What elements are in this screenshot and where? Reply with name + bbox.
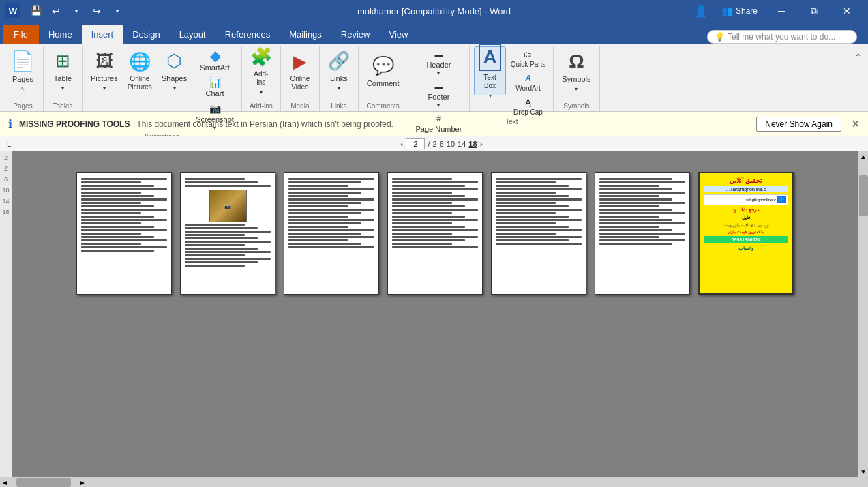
symbols-button[interactable]: Ω Symbols ▾ [558, 46, 595, 95]
chart-icon: 📊 [209, 77, 221, 88]
textbox-icon: A [479, 44, 500, 71]
online-pictures-button[interactable]: 🌐 OnlinePictures [123, 46, 156, 95]
tab-review[interactable]: Review [331, 25, 380, 44]
pages-area[interactable]: 📷 [12, 151, 858, 477]
title-bar-left: W 💾 ↩ ▾ ↪ ▾ [5, 1, 127, 20]
horizontal-scrollbar[interactable]: ◄ ► [0, 477, 868, 487]
word-icon: W [5, 3, 20, 18]
textbox-button[interactable]: A TextBox ▾ [474, 46, 505, 95]
page-nav-num[interactable]: 14 [458, 140, 466, 148]
pages-group-label: Pages [13, 102, 32, 111]
page-number-input[interactable] [406, 138, 425, 149]
notification-icon: ℹ [8, 117, 12, 130]
page-thumb-7[interactable]: تحقیق آنلاین Tahghighonline.c... 🌐 tahgh… [698, 172, 794, 295]
symbols-group-label: Symbols [563, 102, 589, 111]
addins-group-label: Add-ins [250, 102, 273, 111]
ribbon-group-pages: 📄 Pages ↖ Pages [3, 46, 44, 111]
notification-title: MISSING PROOFING TOOLS [19, 119, 130, 129]
tab-references[interactable]: References [215, 25, 280, 44]
page-nav-num[interactable]: 6 [440, 140, 444, 148]
ribbon-group-symbols: Ω Symbols ▾ Symbols [554, 46, 599, 111]
scroll-thumb[interactable] [859, 175, 868, 216]
dropcap-icon: Ą [525, 98, 530, 107]
vertical-scrollbar[interactable]: ▲ ▼ [858, 151, 868, 477]
minimize-button[interactable]: ─ [766, 0, 797, 22]
page-thumb-6[interactable] [595, 172, 690, 295]
tab-mailings[interactable]: Mailings [280, 25, 331, 44]
page-thumb-3[interactable] [284, 172, 379, 295]
addins-button[interactable]: 🧩 Add-ins ▾ [246, 46, 276, 95]
chart-button[interactable]: 📊 Chart [192, 75, 237, 100]
symbols-icon: Ω [569, 50, 584, 72]
dropcap-button[interactable]: Ą Drop Cap [507, 95, 550, 118]
ribbon: 📄 Pages ↖ Pages ⊞ Table ▾ Tables 🖼 Pictu… [0, 44, 868, 112]
h-scroll-thumb[interactable] [16, 478, 71, 487]
page-nav-num[interactable]: 10 [447, 140, 455, 148]
page-thumb-4[interactable] [387, 172, 483, 295]
table-button[interactable]: ⊞ Table ▾ [48, 46, 78, 95]
share-button[interactable]: 👥 Share [715, 0, 764, 22]
tab-home[interactable]: Home [39, 25, 82, 44]
smartart-button[interactable]: 🔷 SmartArt [192, 49, 237, 74]
scroll-left-button[interactable]: ◄ [0, 477, 10, 488]
page-nav-num[interactable]: 18 [468, 140, 477, 148]
colored-page-line4: با کمترین قیمت بازار [704, 229, 788, 234]
ribbon-group-comments: 💬 Comment Comments [359, 46, 408, 111]
tab-file[interactable]: File [3, 25, 39, 44]
notification-close-button[interactable]: ✕ [851, 117, 860, 130]
pictures-button[interactable]: 🖼 Pictures ▾ [87, 46, 122, 95]
footer-button[interactable]: ▬ Footer ▾ [413, 80, 466, 110]
ribbon-group-media: ▶ OnlineVideo Media [281, 46, 320, 111]
restore-button[interactable]: ⧉ [798, 0, 830, 22]
page-thumb-5[interactable] [491, 172, 586, 295]
title-bar: W 💾 ↩ ▾ ↪ ▾ mokhamer [Compatibility Mode… [0, 0, 868, 22]
pages-button[interactable]: 📄 Pages ↖ [7, 46, 39, 95]
document-title: mokhamer [Compatibility Mode] - Word [357, 6, 511, 16]
never-show-again-button[interactable]: Never Show Again [756, 117, 841, 132]
save-button[interactable]: 💾 [26, 1, 45, 20]
scroll-up-button[interactable]: ▲ [858, 151, 868, 162]
ribbon-group-illustrations: 🖼 Pictures ▾ 🌐 OnlinePictures ⬡ Shapes ▾… [83, 46, 242, 111]
colored-page-whatsapp: واتساپ [704, 246, 788, 251]
online-video-icon: ▶ [293, 51, 307, 72]
screenshot-icon: 📷 [209, 103, 221, 114]
customize-quick-access-button[interactable]: ▾ [108, 1, 127, 20]
colored-page-line3: ورد-پی دی اف - پاورپوینت [704, 222, 788, 227]
page-thumb-2[interactable]: 📷 [180, 172, 275, 295]
online-video-button[interactable]: ▶ OnlineVideo [285, 46, 315, 95]
scroll-right-button[interactable]: ► [78, 477, 87, 488]
comment-button[interactable]: 💬 Comment [363, 46, 404, 95]
undo-button[interactable]: ↩ [46, 1, 65, 20]
tab-layout[interactable]: Layout [170, 25, 215, 44]
ruler-corner: L [7, 140, 18, 148]
ribbon-collapse-button[interactable]: ⌃ [852, 49, 865, 65]
window-controls: 👤 👥 Share ─ ⧉ ✕ [694, 0, 863, 22]
pages-group-items: 📄 Pages ↖ [7, 46, 39, 102]
header-button[interactable]: ▬ Header ▾ [413, 48, 466, 78]
colored-page-subtitle: Tahghighonline.c... [704, 186, 788, 192]
next-page-button[interactable]: › [480, 138, 483, 149]
footer-icon: ▬ [434, 82, 443, 91]
pages-cursor: ↖ [20, 86, 25, 92]
scroll-down-button[interactable]: ▼ [858, 467, 868, 477]
close-button[interactable]: ✕ [831, 0, 863, 22]
tell-me-input[interactable]: 💡 Tell me what you want to do... [707, 30, 857, 44]
quick-parts-button[interactable]: 🗂 Quick Parts [507, 48, 550, 70]
tab-insert[interactable]: Insert [82, 25, 123, 44]
colored-page-title: تحقیق آنلاین [704, 177, 788, 184]
doc-area: L ‹ / 2 6 10 14 18 › 2 2 6 10 14 18 [0, 136, 868, 487]
shapes-button[interactable]: ⬡ Shapes ▾ [158, 46, 191, 95]
colored-page-line1: مرجع دانلـــود [704, 207, 788, 213]
prev-page-button[interactable]: ‹ [400, 138, 403, 149]
tab-design[interactable]: Design [123, 25, 169, 44]
wordart-icon: A [525, 74, 531, 83]
wordart-button[interactable]: A WordArt [507, 72, 550, 94]
links-button[interactable]: 🔗 Links ▾ [324, 46, 354, 95]
redo-button[interactable]: ↪ [87, 1, 106, 20]
page-thumb-1[interactable] [76, 172, 172, 295]
tab-view[interactable]: View [379, 25, 417, 44]
undo-dropdown-button[interactable]: ▾ [67, 1, 86, 20]
ribbon-group-text: A TextBox ▾ 🗂 Quick Parts A WordArt Ą Dr… [470, 46, 554, 111]
page-nav-num[interactable]: 2 [433, 140, 437, 148]
addins-icon: 🧩 [250, 46, 272, 68]
